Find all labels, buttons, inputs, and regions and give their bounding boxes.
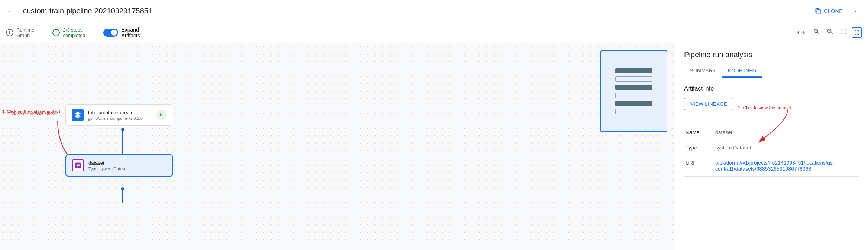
info-row-type: Type system.Dataset — [684, 140, 859, 155]
svg-point-4 — [121, 187, 124, 190]
expand-artifacts-toggle[interactable]: ExpandArtifacts — [103, 27, 140, 39]
minimap — [600, 50, 667, 132]
right-panel-header: Pipeline run analysis SUMMARY NODE INFO — [675, 43, 868, 78]
toggle-switch[interactable] — [103, 29, 118, 37]
panel-title: Pipeline run analysis — [684, 50, 859, 59]
node-title-2: dataset — [88, 160, 166, 166]
field-name-value: dataset — [714, 125, 859, 140]
zoom-out-icon — [826, 28, 834, 35]
node-icon-purple — [72, 159, 84, 171]
runtime-graph-item[interactable]: ℹ RuntimeGraph — [6, 27, 34, 38]
right-panel: Pipeline run analysis SUMMARY NODE INFO … — [675, 43, 868, 250]
tab-node-info[interactable]: NODE INFO — [722, 65, 762, 78]
minimap-bar-4 — [615, 93, 652, 98]
steps-label: 2/3 stepscompleted — [63, 27, 85, 38]
minimap-bar-2 — [615, 76, 652, 82]
connector-svg — [0, 43, 675, 250]
zoom-fit-icon — [840, 28, 847, 35]
graph-panel[interactable]: 1. Click on the dataset artifact 1. Clic… — [0, 43, 675, 250]
zoom-reset-button[interactable] — [838, 27, 849, 38]
minimap-bar-5 — [615, 101, 652, 106]
info-row-name: Name dataset — [684, 125, 859, 140]
back-button[interactable]: ← — [6, 5, 17, 17]
minimap-bar-1 — [615, 68, 652, 73]
panel-body: Artifact info VIEW LINEAGE 2. Click to v… — [675, 78, 868, 250]
zoom-out-button[interactable] — [825, 27, 835, 38]
node-info: tabulardataset-create gcr.io/...line-com… — [88, 110, 152, 121]
annotation-1-text: 1. Click on the dataset artifact — [2, 109, 60, 114]
info-icon: ℹ — [6, 29, 13, 36]
node-dataset[interactable]: dataset Type: system.Dataset — [65, 154, 173, 177]
divider2 — [94, 27, 94, 39]
field-uri-value[interactable]: aiplatform://v1/projects/462141068491/lo… — [714, 155, 859, 177]
more-menu-button[interactable]: ⋮ — [849, 5, 862, 17]
field-type-value: system.Dataset — [714, 140, 859, 155]
top-header: ← custom-train-pipeline-20210929175851 C… — [0, 0, 868, 22]
zoom-controls: 90% — [795, 27, 862, 38]
node-subtitle-2: Type: system.Dataset — [88, 167, 166, 171]
tab-summary[interactable]: SUMMARY — [684, 65, 722, 78]
sub-header: ℹ RuntimeGraph ✓ 2/3 stepscompleted Expa… — [0, 22, 868, 43]
zoom-in-icon — [813, 28, 820, 35]
field-type-label: Type — [684, 140, 714, 155]
minimap-bar-6 — [615, 109, 652, 114]
section-title: Artifact info — [684, 85, 859, 92]
uri-link[interactable]: aiplatform://v1/projects/462141068491/lo… — [715, 160, 835, 172]
info-table: Name dataset Type system.Dataset URI aip… — [684, 125, 859, 177]
main-content: 1. Click on the dataset artifact 1. Clic… — [0, 43, 868, 250]
expand-label: ExpandArtifacts — [121, 27, 140, 39]
dataset-icon — [74, 162, 82, 169]
view-lineage-row: VIEW LINEAGE 2. Click to view the datase… — [684, 98, 859, 118]
annotation-2-text: 2. Click to view the dataset — [738, 105, 791, 111]
node-title-1: tabulardataset-create — [88, 110, 152, 115]
cube-icon — [74, 111, 81, 119]
zoom-level: 90% — [795, 30, 809, 35]
svg-point-1 — [121, 128, 124, 131]
zoom-in-button[interactable] — [812, 27, 822, 38]
runtime-label: RuntimeGraph — [16, 27, 34, 38]
panel-tabs: SUMMARY NODE INFO — [684, 65, 859, 78]
field-uri-label: URI — [684, 155, 714, 177]
clone-icon — [815, 8, 822, 14]
steps-completed-item: ✓ 2/3 stepscompleted — [52, 27, 85, 38]
field-name-label: Name — [684, 125, 714, 140]
pipeline-title: custom-train-pipeline-20210929175851 — [23, 7, 809, 15]
view-lineage-button[interactable]: VIEW LINEAGE — [684, 98, 733, 110]
fullscreen-icon — [854, 30, 860, 36]
node-action-button[interactable]: ↻ — [156, 110, 167, 120]
node-info-2: dataset Type: system.Dataset — [88, 160, 166, 171]
fullscreen-button[interactable] — [852, 27, 862, 38]
check-icon: ✓ — [52, 29, 60, 36]
node-subtitle-1: gcr.io/...line-components:0.1.6 — [88, 116, 152, 121]
info-row-uri: URI aiplatform://v1/projects/46214106849… — [684, 155, 859, 177]
clone-button[interactable]: CLONE — [815, 8, 843, 14]
divider — [43, 27, 43, 39]
node-tabulardataset-create[interactable]: tabulardataset-create gcr.io/...line-com… — [65, 104, 173, 126]
node-icon-blue — [72, 109, 84, 121]
minimap-bar-3 — [615, 85, 652, 90]
